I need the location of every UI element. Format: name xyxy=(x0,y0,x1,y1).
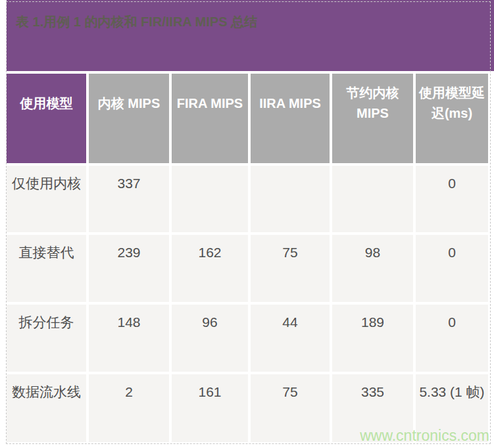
table-title-banner: 表 1.用例 1 的内核和 FIR/IIRA MIPS 总结 xyxy=(7,0,494,71)
table-cell: 189 xyxy=(332,305,413,372)
table-cell: 148 xyxy=(89,305,169,372)
col-header-delay-ms: 使用模型延 迟(ms) xyxy=(416,74,488,163)
row-label: 仅使用内核 xyxy=(7,166,86,232)
table-cell: 44 xyxy=(251,305,330,372)
col-header-usage-model: 使用模型 xyxy=(7,74,86,163)
table-cell: 2 xyxy=(89,374,169,442)
col-header-core-mips: 内核 MIPS xyxy=(89,74,169,163)
row-label: 直接替代 xyxy=(7,235,86,302)
col-header-saved-mips: 节约内核 MIPS xyxy=(332,74,413,163)
table-cell: 162 xyxy=(172,235,248,302)
table-title: 表 1.用例 1 的内核和 FIR/IIRA MIPS 总结 xyxy=(7,0,494,30)
table-cell: 98 xyxy=(332,235,413,302)
table-cell: 0 xyxy=(416,166,488,232)
table-cell: 239 xyxy=(89,235,169,302)
table-cell: 96 xyxy=(172,305,248,372)
table-cell: 337 xyxy=(89,166,169,232)
mips-summary-table: 使用模型 内核 MIPS FIRA MIPS IIRA MIPS 节约内核 MI… xyxy=(7,74,488,442)
table-cell xyxy=(332,166,413,232)
table-cell: 75 xyxy=(251,235,330,302)
col-header-fira-mips: FIRA MIPS xyxy=(172,74,248,163)
table-cell: 161 xyxy=(172,374,248,442)
col-header-iira-mips: IIRA MIPS xyxy=(251,74,330,163)
table-cell xyxy=(251,166,330,232)
table-cell: 0 xyxy=(416,235,488,302)
row-label: 拆分任务 xyxy=(7,305,86,372)
table-cell: 0 xyxy=(416,305,488,372)
table-cell xyxy=(172,166,248,232)
row-label: 数据流水线 xyxy=(7,374,86,442)
watermark-url: www.cntronics.com xyxy=(360,428,489,443)
table-cell: 75 xyxy=(251,374,330,442)
